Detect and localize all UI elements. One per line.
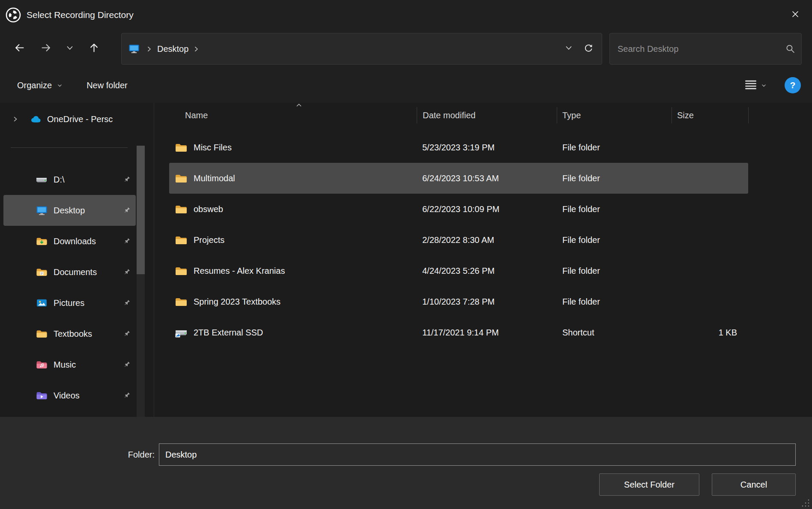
file-name: 2TB External SSD: [194, 328, 263, 338]
address-bar[interactable]: Desktop: [121, 33, 602, 65]
expand-chevron-icon[interactable]: [12, 116, 22, 123]
titlebar: Select Recording Directory: [0, 0, 812, 30]
folder-icon: [175, 173, 188, 183]
chevron-down-icon: [66, 44, 74, 54]
file-date-modified: 4/24/2023 5:26 PM: [417, 266, 557, 276]
select-recording-directory-dialog: Select Recording Directory: [0, 0, 812, 509]
file-name-cell: obsweb: [169, 204, 417, 214]
cancel-button[interactable]: Cancel: [712, 473, 796, 496]
pin-icon: [122, 237, 131, 246]
file-row[interactable]: Spring 2023 Textbooks 1/10/2023 7:28 PM …: [169, 286, 748, 317]
column-header-name[interactable]: Name: [154, 107, 417, 123]
sidebar-item-onedrive[interactable]: OneDrive - Persc: [3, 105, 136, 133]
view-options-button[interactable]: [740, 75, 772, 96]
file-row[interactable]: Misc Files 5/23/2023 3:19 PM File folder: [169, 132, 748, 163]
file-name-cell: 2TB External SSD: [169, 327, 417, 338]
drive-icon: [35, 175, 48, 184]
sidebar-item-pictures[interactable]: Pictures: [3, 287, 136, 318]
sidebar-item-textbooks[interactable]: Textbooks: [3, 318, 136, 349]
onedrive-icon: [29, 115, 42, 123]
pin-icon: [122, 330, 131, 338]
back-icon: [14, 42, 25, 56]
file-row[interactable]: Multimodal 6/24/2023 10:53 AM File folde…: [169, 163, 748, 194]
search-input[interactable]: [610, 33, 801, 64]
chevron-down-icon: [564, 44, 573, 54]
file-row[interactable]: Resumes - Alex Kranias 4/24/2023 5:26 PM…: [169, 255, 748, 286]
forward-icon: [40, 42, 52, 56]
navigation-pane: OneDrive - Persc D:\: [0, 103, 154, 417]
folder-icon: [175, 266, 188, 276]
folder-icon: [175, 296, 188, 307]
command-bar: Organize New folder: [0, 68, 812, 103]
sidebar-item-documents[interactable]: Documents: [3, 257, 136, 287]
file-row[interactable]: Projects 2/28/2022 8:30 AM File folder: [169, 225, 748, 255]
refresh-button[interactable]: [579, 37, 598, 61]
refresh-icon: [583, 43, 594, 55]
file-row[interactable]: obsweb 6/22/2023 10:09 PM File folder: [169, 194, 748, 225]
file-name: Spring 2023 Textbooks: [194, 297, 281, 307]
file-name-cell: Projects: [169, 235, 417, 245]
file-name: Resumes - Alex Kranias: [194, 266, 285, 276]
file-list-pane: Name Date modified Type Size: [154, 103, 812, 417]
sidebar-item-downloads[interactable]: Downloads: [3, 226, 136, 257]
sidebar-item-videos[interactable]: Videos: [3, 380, 136, 411]
search-icon: [785, 44, 795, 54]
chevron-right-icon: [193, 45, 200, 53]
new-folder-button[interactable]: New folder: [81, 75, 134, 96]
forward-button[interactable]: [33, 36, 58, 61]
drive-shortcut-icon: [175, 327, 188, 338]
sidebar-item-label: Desktop: [54, 206, 85, 216]
sidebar-item-d-drive[interactable]: D:\: [3, 164, 136, 195]
file-type: File folder: [557, 266, 672, 276]
sidebar-item-label: Pictures: [54, 298, 84, 308]
help-icon: ?: [790, 80, 796, 90]
sidebar-item-desktop[interactable]: Desktop: [3, 195, 136, 226]
sidebar-divider: [11, 147, 128, 148]
chevron-down-icon: [57, 81, 63, 90]
close-button[interactable]: [783, 3, 808, 27]
file-date-modified: 6/24/2023 10:53 AM: [417, 174, 557, 183]
resize-grip[interactable]: [801, 498, 810, 508]
folder-name-input[interactable]: [159, 443, 796, 466]
pictures-icon: [35, 298, 48, 308]
chevron-down-icon: [761, 81, 767, 90]
sidebar-item-music[interactable]: Music: [3, 349, 136, 380]
back-button[interactable]: [7, 36, 32, 61]
file-date-modified: 1/10/2023 7:28 PM: [417, 297, 557, 307]
pin-icon: [122, 207, 131, 215]
up-icon: [88, 42, 100, 56]
column-header-size[interactable]: Size: [672, 107, 748, 123]
recent-locations-button[interactable]: [60, 36, 80, 61]
file-type: File folder: [557, 235, 672, 245]
up-button[interactable]: [81, 36, 106, 61]
sidebar-item-label: Textbooks: [54, 329, 92, 339]
file-row[interactable]: 2TB External SSD 11/17/2021 9:14 PM Shor…: [169, 317, 748, 348]
file-name-cell: Resumes - Alex Kranias: [169, 266, 417, 276]
scrollbar-thumb[interactable]: [137, 146, 145, 274]
address-dropdown-button[interactable]: [559, 37, 579, 61]
file-date-modified: 5/23/2023 3:19 PM: [417, 143, 557, 153]
sidebar-scrollbar[interactable]: [137, 146, 145, 417]
sidebar-item-label: Videos: [54, 391, 80, 401]
sidebar-item-label: Documents: [54, 267, 97, 277]
sidebar-item-label: D:\: [54, 175, 65, 185]
organize-button[interactable]: Organize: [11, 75, 69, 96]
help-button[interactable]: ?: [785, 77, 801, 93]
file-rows: Misc Files 5/23/2023 3:19 PM File folder: [154, 132, 812, 348]
documents-icon: [35, 267, 48, 277]
file-name: Misc Files: [194, 143, 232, 153]
pin-icon: [122, 392, 131, 400]
sidebar-item-label: OneDrive - Persc: [47, 114, 113, 124]
sidebar-item-label: Music: [54, 360, 76, 370]
file-date-modified: 2/28/2022 8:30 AM: [417, 235, 557, 245]
column-header-type[interactable]: Type: [557, 107, 672, 123]
breadcrumb-desktop[interactable]: Desktop: [155, 44, 191, 54]
navigation-toolbar: Desktop: [0, 30, 812, 68]
column-header-date-modified[interactable]: Date modified: [417, 107, 557, 123]
pin-icon: [122, 361, 131, 369]
file-name: obsweb: [194, 204, 223, 214]
organize-label: Organize: [17, 81, 52, 90]
column-header-filler: [748, 107, 812, 123]
file-date-modified: 6/22/2023 10:09 PM: [417, 204, 557, 214]
select-folder-button[interactable]: Select Folder: [599, 473, 699, 496]
